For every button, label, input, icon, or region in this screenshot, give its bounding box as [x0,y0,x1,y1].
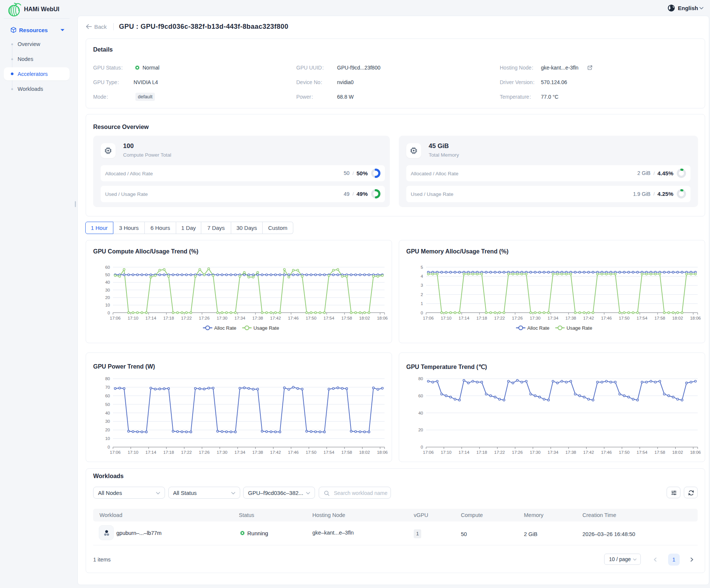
svg-text:17:54: 17:54 [324,450,334,455]
svg-text:17:22: 17:22 [181,316,192,320]
svg-text:0: 0 [421,311,423,315]
svg-text:60: 60 [418,394,423,398]
svg-text:17:54: 17:54 [324,316,334,320]
svg-text:40: 40 [105,280,110,284]
svg-text:30: 30 [105,419,110,424]
svg-text:17:34: 17:34 [548,316,558,320]
svg-text:17:14: 17:14 [459,316,469,320]
svg-text:17:58: 17:58 [341,450,352,455]
svg-text:18:06: 18:06 [377,316,388,320]
svg-text:50: 50 [105,402,110,407]
svg-text:80: 80 [418,376,423,381]
svg-text:17:50: 17:50 [619,316,630,320]
svg-text:17:26: 17:26 [199,450,210,455]
svg-text:17:14: 17:14 [146,450,156,455]
svg-text:17:18: 17:18 [476,450,487,455]
svg-text:17:46: 17:46 [288,450,299,455]
svg-text:17:26: 17:26 [512,450,523,455]
svg-text:17:58: 17:58 [341,316,352,320]
svg-text:17:30: 17:30 [530,316,541,320]
svg-text:30: 30 [105,288,110,292]
svg-text:Alloc Rate: Alloc Rate [214,325,236,331]
svg-text:17:30: 17:30 [530,450,541,455]
svg-text:17:46: 17:46 [601,316,612,320]
svg-text:1: 1 [421,301,423,306]
svg-text:0: 0 [108,311,110,315]
svg-text:50: 50 [105,273,110,277]
svg-text:18:02: 18:02 [359,450,370,455]
svg-text:70: 70 [105,385,110,390]
svg-text:18:06: 18:06 [377,450,388,455]
svg-text:17:10: 17:10 [441,450,452,455]
svg-text:80: 80 [105,376,110,381]
svg-text:17:38: 17:38 [565,450,576,455]
svg-text:0: 0 [421,445,423,449]
svg-text:17:22: 17:22 [181,450,192,455]
svg-text:18:06: 18:06 [690,316,701,320]
svg-text:17:22: 17:22 [494,316,505,320]
svg-text:20: 20 [105,295,110,300]
svg-text:17:42: 17:42 [270,450,281,455]
svg-text:4: 4 [421,274,423,278]
svg-text:40: 40 [105,411,110,415]
svg-text:20: 20 [105,428,110,432]
svg-text:0: 0 [108,445,110,449]
svg-text:17:34: 17:34 [548,450,558,455]
svg-text:20: 20 [418,428,423,432]
svg-text:17:18: 17:18 [163,316,174,320]
svg-text:17:10: 17:10 [128,450,138,455]
svg-text:Alloc Rate: Alloc Rate [527,325,550,331]
svg-text:17:34: 17:34 [235,450,245,455]
svg-text:17:46: 17:46 [601,450,612,455]
svg-text:Usage Rate: Usage Rate [567,325,593,331]
svg-text:Usage Rate: Usage Rate [254,325,279,331]
svg-text:17:38: 17:38 [565,316,576,320]
svg-text:17:26: 17:26 [199,316,210,320]
svg-text:17:10: 17:10 [441,316,452,320]
svg-text:17:42: 17:42 [583,450,594,455]
svg-text:17:50: 17:50 [619,450,630,455]
svg-text:17:10: 17:10 [128,316,138,320]
svg-text:17:46: 17:46 [288,316,299,320]
svg-text:18:02: 18:02 [672,450,683,455]
svg-text:17:58: 17:58 [654,316,665,320]
svg-text:10: 10 [105,303,110,307]
svg-text:17:18: 17:18 [476,316,487,320]
svg-text:17:22: 17:22 [494,450,505,455]
svg-text:17:18: 17:18 [163,450,174,455]
svg-text:17:06: 17:06 [110,316,121,320]
svg-text:17:34: 17:34 [235,316,245,320]
svg-text:17:26: 17:26 [512,316,523,320]
svg-text:40: 40 [418,411,423,415]
svg-text:18:06: 18:06 [690,450,701,455]
svg-text:17:38: 17:38 [252,450,263,455]
svg-text:60: 60 [105,394,110,398]
svg-text:17:06: 17:06 [423,450,434,455]
svg-text:17:06: 17:06 [110,450,121,455]
svg-text:18:02: 18:02 [359,316,370,320]
svg-text:17:38: 17:38 [252,316,263,320]
svg-text:17:50: 17:50 [306,450,316,455]
svg-text:17:14: 17:14 [146,316,156,320]
svg-text:10: 10 [105,436,110,441]
svg-text:17:54: 17:54 [637,316,648,320]
svg-text:17:30: 17:30 [217,316,227,320]
svg-text:17:30: 17:30 [217,450,227,455]
svg-text:17:06: 17:06 [423,316,434,320]
svg-text:17:42: 17:42 [270,316,281,320]
svg-text:5: 5 [421,265,423,270]
svg-text:2: 2 [421,292,423,297]
svg-text:17:42: 17:42 [583,316,594,320]
svg-text:17:58: 17:58 [654,450,665,455]
svg-text:17:50: 17:50 [306,316,316,320]
svg-text:17:54: 17:54 [637,450,648,455]
svg-text:3: 3 [421,283,423,287]
svg-text:18:02: 18:02 [672,316,683,320]
svg-text:60: 60 [105,265,110,270]
svg-text:17:14: 17:14 [459,450,469,455]
